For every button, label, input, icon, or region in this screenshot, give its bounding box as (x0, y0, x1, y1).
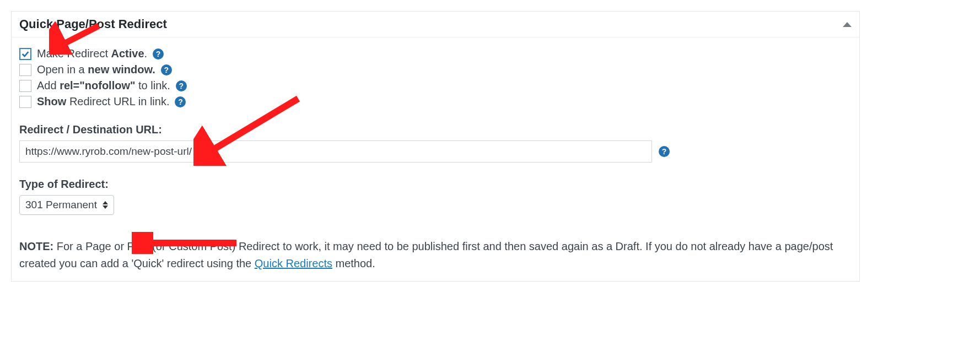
active-checkbox[interactable] (19, 48, 31, 60)
quick-redirects-link[interactable]: Quick Redirects (255, 257, 332, 269)
option-newwindow-row: Open in a new window. ? (19, 63, 852, 76)
showurl-checkbox[interactable] (19, 96, 31, 108)
panel-title: Quick Page/Post Redirect (19, 17, 167, 31)
redirect-metabox: Quick Page/Post Redirect Make Redirect A… (11, 11, 860, 282)
option-showurl-row: Show Redirect URL in link. ? (19, 95, 852, 108)
option-nofollow-label: Add rel="nofollow" to link. (37, 79, 170, 92)
nofollow-checkbox[interactable] (19, 80, 31, 92)
check-icon (21, 50, 30, 58)
redirect-type-select[interactable]: 301 Permanent (19, 195, 114, 215)
destination-url-input[interactable] (19, 140, 652, 163)
help-icon[interactable]: ? (153, 48, 164, 60)
note-text: NOTE: For a Page or Post (or Custom Post… (19, 238, 835, 272)
destination-url-row: ? (19, 140, 670, 163)
newwindow-checkbox[interactable] (19, 64, 31, 76)
metabox-body: Make Redirect Active. ? Open in a new wi… (12, 37, 859, 281)
help-icon[interactable]: ? (659, 146, 670, 157)
option-active-row: Make Redirect Active. ? (19, 47, 852, 60)
option-showurl-label: Show Redirect URL in link. (37, 95, 169, 108)
select-caret-icon (103, 201, 108, 209)
metabox-header: Quick Page/Post Redirect (12, 12, 859, 37)
help-icon[interactable]: ? (175, 96, 186, 107)
option-active-label: Make Redirect Active. (37, 47, 147, 60)
option-newwindow-label: Open in a new window. (37, 63, 155, 76)
option-nofollow-row: Add rel="nofollow" to link. ? (19, 79, 852, 92)
destination-url-label: Redirect / Destination URL: (19, 123, 852, 136)
redirect-type-selected: 301 Permanent (25, 199, 97, 211)
collapse-toggle-icon[interactable] (843, 22, 852, 27)
help-icon[interactable]: ? (161, 64, 172, 75)
help-icon[interactable]: ? (176, 80, 187, 91)
redirect-type-label: Type of Redirect: (19, 178, 852, 191)
